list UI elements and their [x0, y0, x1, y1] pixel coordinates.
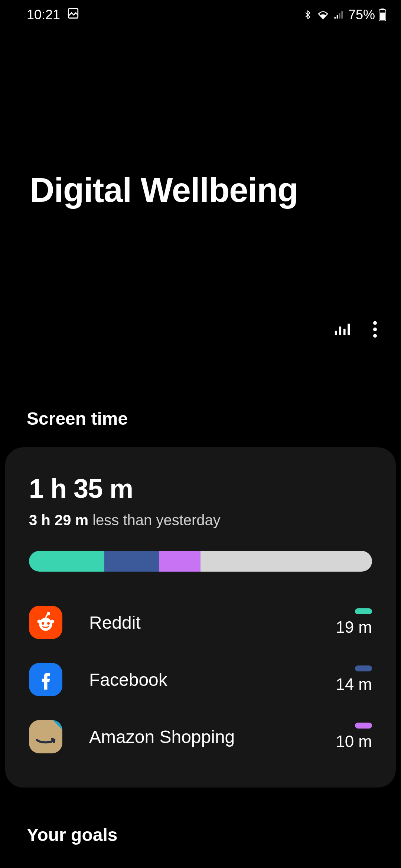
svg-rect-7: [380, 13, 385, 20]
svg-point-16: [42, 622, 44, 625]
usage-bar-segment: [29, 551, 104, 572]
svg-rect-4: [341, 11, 343, 19]
comparison-text: 3 h 29 m less than yesterday: [29, 512, 372, 529]
app-name: Reddit: [62, 612, 336, 633]
battery-percent: 75%: [348, 7, 375, 23]
app-name: Facebook: [62, 670, 336, 690]
screen-time-heading: Screen time: [0, 338, 401, 447]
app-name: Amazon Shopping: [62, 727, 336, 747]
image-icon: [67, 7, 79, 23]
svg-rect-1: [334, 17, 336, 19]
signal-icon: [333, 9, 345, 21]
list-item[interactable]: Amazon Shopping 10 m: [29, 708, 372, 765]
action-bar: [0, 210, 401, 338]
your-goals-heading: Your goals: [0, 788, 401, 845]
comparison-desc: less than yesterday: [88, 512, 221, 528]
svg-rect-10: [343, 329, 346, 335]
wifi-icon: [316, 9, 330, 21]
svg-rect-2: [337, 15, 338, 19]
app-color-pill: [355, 608, 372, 614]
status-left: 10:21: [27, 7, 79, 23]
svg-rect-3: [339, 13, 340, 19]
svg-point-14: [373, 334, 377, 338]
status-right: 75%: [303, 7, 386, 23]
bluetooth-icon: [303, 9, 313, 21]
svg-point-15: [39, 618, 52, 631]
app-time: 10 m: [336, 732, 372, 751]
reddit-icon: [29, 606, 62, 639]
status-bar: 10:21 75%: [0, 0, 401, 30]
app-color-pill: [355, 665, 372, 671]
app-time: 19 m: [336, 618, 372, 637]
facebook-icon: [29, 663, 62, 696]
usage-bar-segment: [159, 551, 200, 572]
list-item[interactable]: Reddit 19 m: [29, 594, 372, 651]
more-icon[interactable]: [373, 321, 377, 338]
app-color-pill: [355, 723, 372, 729]
usage-bar-chart: [29, 551, 372, 572]
comparison-diff: 3 h 29 m: [29, 512, 88, 528]
amazon-icon: [29, 720, 62, 753]
usage-bar-segment: [104, 551, 159, 572]
usage-bar-segment: [200, 551, 372, 572]
svg-rect-9: [339, 326, 341, 335]
status-time: 10:21: [27, 7, 60, 23]
app-time: 14 m: [336, 675, 372, 694]
screen-time-card[interactable]: 1 h 35 m 3 h 29 m less than yesterday Re…: [5, 447, 396, 788]
svg-rect-8: [335, 331, 337, 335]
total-time: 1 h 35 m: [29, 473, 372, 504]
list-item[interactable]: Facebook 14 m: [29, 651, 372, 708]
page-title: Digital Wellbeing: [0, 30, 401, 210]
stats-icon[interactable]: [333, 321, 351, 338]
battery-icon: [379, 9, 386, 21]
app-list: Reddit 19 m Facebook 14 m: [29, 594, 372, 765]
svg-point-18: [38, 620, 41, 624]
svg-rect-11: [348, 324, 350, 335]
svg-point-17: [47, 622, 50, 625]
svg-point-20: [47, 612, 50, 615]
svg-point-12: [373, 321, 377, 325]
svg-point-13: [373, 328, 377, 331]
svg-point-19: [50, 620, 54, 624]
